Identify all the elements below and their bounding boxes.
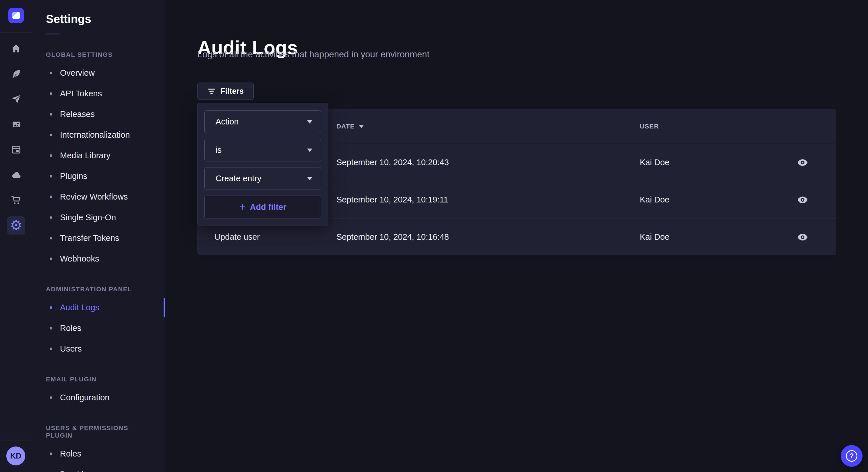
filter-icon xyxy=(208,88,216,94)
rail-divider xyxy=(0,440,32,440)
cell-action: Update user xyxy=(198,232,336,242)
sidebar-item-overview[interactable]: Overview xyxy=(32,63,165,83)
strapi-logo-mark xyxy=(12,12,20,19)
sidebar-item-label: Audit Logs xyxy=(60,303,99,312)
sidebar-item-transfer-tokens[interactable]: Transfer Tokens xyxy=(32,228,165,248)
sidebar-section-label: USERS & PERMISSIONS PLUGIN xyxy=(46,425,151,439)
sidebar-item-label: Transfer Tokens xyxy=(60,233,119,243)
sidebar-item-label: Review Workflows xyxy=(60,192,128,202)
sidebar-section-label: EMAIL PLUGIN xyxy=(46,376,151,383)
date-column-header[interactable]: DATE xyxy=(336,123,640,130)
sidebar-item-releases[interactable]: Releases xyxy=(32,104,165,125)
filter-value-select[interactable]: Create entry xyxy=(205,167,321,190)
view-log-button[interactable] xyxy=(793,156,812,169)
sidebar-item-plugins[interactable]: Plugins xyxy=(32,166,165,187)
chevron-down-icon xyxy=(307,148,312,152)
sidebar-section-label: GLOBAL SETTINGS xyxy=(46,51,151,59)
chevron-down-icon xyxy=(307,177,312,180)
bullet-icon xyxy=(50,92,52,95)
strapi-logo[interactable] xyxy=(8,8,24,23)
view-log-button[interactable] xyxy=(793,231,812,244)
user-column-header: USER xyxy=(640,123,769,130)
add-filter-button[interactable]: + Add filter xyxy=(205,196,321,219)
paper-plane-icon[interactable] xyxy=(0,90,32,109)
cell-user: Kai Doe xyxy=(640,195,769,204)
bullet-icon xyxy=(50,306,52,309)
settings-rail-item[interactable]: ⚙ xyxy=(7,216,25,235)
sidebar-item-label: Overview xyxy=(60,68,95,78)
sidebar-item-label: Plugins xyxy=(60,171,87,181)
bullet-icon xyxy=(50,175,52,177)
sidebar-item-roles[interactable]: Roles xyxy=(32,318,165,338)
sidebar-title-divider xyxy=(46,34,60,34)
bullet-icon xyxy=(50,113,52,115)
sidebar-title: Settings xyxy=(46,12,165,26)
sidebar-item-label: Configuration xyxy=(60,393,110,402)
sidebar-item-label: Media Library xyxy=(60,151,111,160)
view-log-button[interactable] xyxy=(793,193,812,206)
cloud-icon[interactable] xyxy=(0,165,32,185)
question-mark-icon: ? xyxy=(846,450,857,462)
bullet-icon xyxy=(50,396,52,399)
cell-user: Kai Doe xyxy=(640,232,769,242)
bullet-icon xyxy=(50,216,52,219)
gear-icon: ⚙ xyxy=(10,218,22,232)
bullet-icon xyxy=(50,134,52,136)
sidebar-item-providers[interactable]: Providers xyxy=(32,464,165,472)
sidebar-item-configuration[interactable]: Configuration xyxy=(32,387,165,408)
eye-icon xyxy=(797,159,808,166)
sort-desc-icon xyxy=(359,125,364,128)
sidebar-item-label: Users xyxy=(60,344,82,353)
sidebar-item-roles[interactable]: Roles xyxy=(32,443,165,464)
filters-button-label: Filters xyxy=(220,87,244,96)
bullet-icon xyxy=(50,154,52,157)
sidebar-item-label: Single Sign-On xyxy=(60,213,116,222)
sidebar-item-media-library[interactable]: Media Library xyxy=(32,145,165,166)
sidebar-item-label: Providers xyxy=(60,470,95,472)
sidebar-item-label: Webhooks xyxy=(60,254,99,264)
cell-date: September 10, 2024, 10:20:43 xyxy=(336,158,640,167)
sidebar-item-api-tokens[interactable]: API Tokens xyxy=(32,83,165,104)
bullet-icon xyxy=(50,196,52,198)
feather-icon[interactable] xyxy=(0,64,32,84)
sidebar-item-label: Releases xyxy=(60,109,95,119)
images-icon[interactable] xyxy=(0,115,32,134)
bullet-icon xyxy=(50,237,52,239)
eye-icon xyxy=(797,196,808,204)
home-icon[interactable] xyxy=(0,39,32,59)
cart-icon[interactable] xyxy=(0,191,32,210)
bullet-icon xyxy=(50,327,52,330)
sidebar-section-label: ADMINISTRATION PANEL xyxy=(46,285,151,293)
settings-sidebar: Settings GLOBAL SETTINGSOverviewAPI Toke… xyxy=(32,0,165,472)
filters-button[interactable]: Filters xyxy=(197,82,254,100)
sidebar-item-webhooks[interactable]: Webhooks xyxy=(32,248,165,269)
bullet-icon xyxy=(50,72,52,74)
app-icon-rail: ⚙ KD xyxy=(0,0,32,472)
sidebar-item-internationalization[interactable]: Internationalization xyxy=(32,125,165,145)
cell-date: September 10, 2024, 10:19:11 xyxy=(336,195,640,204)
bullet-icon xyxy=(50,258,52,260)
sidebar-item-review-workflows[interactable]: Review Workflows xyxy=(32,187,165,207)
sidebar-item-label: Internationalization xyxy=(60,130,130,140)
sidebar-item-audit-logs[interactable]: Audit Logs xyxy=(32,297,165,318)
filter-operator-select[interactable]: is xyxy=(205,139,321,162)
sidebar-item-single-sign-on[interactable]: Single Sign-On xyxy=(32,207,165,228)
main-content: Audit Logs Logs of all the activities th… xyxy=(165,0,868,472)
plus-icon: + xyxy=(239,201,245,212)
page-subtitle: Logs of all the activities that happened… xyxy=(197,49,429,60)
cell-user: Kai Doe xyxy=(640,158,769,167)
sidebar-item-users[interactable]: Users xyxy=(32,338,165,359)
layout-icon[interactable] xyxy=(0,140,32,160)
help-button[interactable]: ? xyxy=(841,445,863,467)
bullet-icon xyxy=(50,347,52,350)
sidebar-item-label: Roles xyxy=(60,324,81,333)
filter-field-select[interactable]: Action xyxy=(205,110,321,133)
sidebar-item-label: API Tokens xyxy=(60,89,102,98)
chevron-down-icon xyxy=(307,120,312,124)
rail-divider xyxy=(0,32,32,33)
avatar[interactable]: KD xyxy=(6,446,25,465)
filter-popover: Action is Create entry + Add filter xyxy=(197,103,329,226)
bullet-icon xyxy=(50,452,52,455)
sidebar-item-label: Roles xyxy=(60,449,81,459)
cell-date: September 10, 2024, 10:16:48 xyxy=(336,232,640,242)
